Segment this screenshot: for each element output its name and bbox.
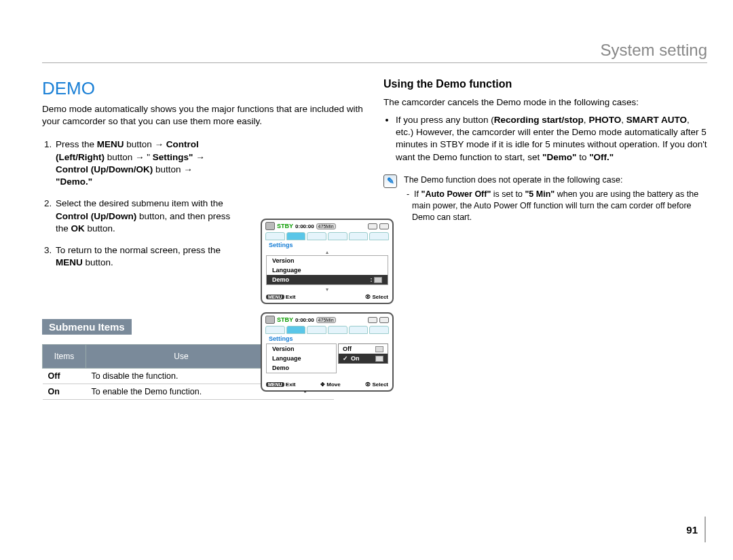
select-icon: ⦿: [365, 381, 371, 388]
label-control-ud: Control (Up/Down): [56, 211, 136, 221]
lcd-screen-2: STBY 0:00:00 475Min: [261, 312, 394, 392]
option-list: Off ✓On: [338, 343, 388, 364]
text: button.: [83, 257, 113, 267]
menu-badge: MENU: [266, 382, 284, 387]
card-icon: [368, 223, 377, 229]
tab: [349, 326, 369, 334]
label-ok: OK: [71, 223, 85, 234]
camcorder-icon: [265, 222, 275, 230]
th-items: Items: [43, 345, 86, 369]
text: button.: [85, 223, 115, 234]
label-off-quoted: "Off.": [589, 152, 614, 162]
cell-use: To enable the Demo function.: [86, 384, 277, 400]
menu-item-label: Language: [272, 355, 301, 362]
camcorder-icon: [265, 316, 275, 324]
tab: [328, 326, 347, 334]
text: Press the: [56, 139, 97, 149]
text: ,: [621, 115, 626, 125]
menu-item: Version: [267, 256, 388, 265]
using-demo-heading: Using the Demo function: [383, 78, 707, 90]
stby-label: STBY: [277, 223, 293, 229]
chevron-up-icon: ▴: [262, 250, 392, 255]
tab: [265, 232, 285, 240]
menu-item: Demo: [267, 363, 336, 373]
tab-row: [262, 326, 392, 334]
section-label: Settings: [262, 335, 392, 342]
text: To return to the normal screen, press th…: [56, 245, 221, 255]
menu-item-label: Version: [272, 257, 295, 264]
timecode: 0:00:00: [295, 317, 314, 323]
select-icon: ⦿: [365, 294, 371, 300]
lcd-footer: MENU Exit ⦿ Select: [262, 293, 392, 303]
exit-label: Exit: [286, 294, 296, 300]
cases-list: If you press any button (Recording start…: [383, 114, 707, 164]
text: is set to: [491, 189, 525, 199]
text: button → ": [105, 152, 153, 162]
menu-badge: MENU: [266, 295, 284, 299]
right-column: Using the Demo function The camcorder ca…: [383, 78, 707, 400]
battery-icon: [379, 317, 389, 323]
tab: [328, 232, 347, 240]
select-label: Select: [372, 381, 388, 388]
text: The Demo function does not operate in th…: [404, 175, 622, 185]
timecode: 0:00:00: [295, 223, 314, 229]
section-label: Settings: [262, 242, 392, 248]
label-rec: Recording start/stop: [494, 115, 584, 125]
label-smart-auto: SMART AUTO: [626, 115, 687, 125]
menu-item-label: Version: [272, 346, 295, 352]
label-demo-quoted: "Demo": [542, 152, 576, 162]
label-auto-power-off: "Auto Power Off": [421, 189, 491, 199]
tab: [369, 232, 389, 240]
menu-item-selected: Demo:: [267, 275, 388, 284]
label-photo: PHOTO: [588, 115, 621, 125]
tab: [369, 326, 389, 334]
text: button →: [124, 139, 166, 149]
label-menu: MENU: [56, 257, 83, 267]
left-column: DEMO Demo mode automatically shows you t…: [42, 78, 366, 400]
text: If you press any button (: [396, 115, 494, 125]
cell-item: On: [43, 384, 86, 400]
menu-list: Version Language Demo:: [266, 255, 388, 285]
tab-row: [262, 232, 392, 240]
remaining-badge: 475Min: [316, 317, 336, 323]
text: to: [576, 152, 589, 162]
label-menu: MENU: [97, 139, 124, 149]
menu-list: Version Language Demo: [266, 343, 337, 373]
text: If: [414, 189, 421, 199]
option-off: Off: [339, 344, 388, 354]
note-icon: ✎: [383, 174, 397, 188]
demo-heading: DEMO: [42, 78, 366, 99]
tab-active: [286, 326, 306, 334]
menu-item-label: Language: [272, 267, 301, 274]
demo-intro: Demo mode automatically shows you the ma…: [42, 103, 366, 128]
text: Select the desired submenu item with the: [56, 198, 223, 208]
right-intro: The camcorder cancels the Demo mode in t…: [383, 97, 707, 107]
cell-use: To disable the function.: [86, 369, 277, 384]
menu-item-label: Demo: [272, 276, 289, 283]
note-text: The Demo function does not operate in th…: [404, 174, 707, 223]
battery-icon: [379, 223, 389, 229]
exit-label: Exit: [286, 381, 296, 388]
menu-item: Version: [267, 344, 336, 354]
move-icon: ✥: [320, 381, 325, 388]
option-label: Off: [343, 346, 352, 352]
tab: [307, 326, 326, 334]
page-number: 91: [686, 517, 706, 542]
option-on-selected: ✓On: [339, 354, 388, 363]
chevron-down-icon: ▾: [262, 287, 392, 293]
option-label: On: [351, 355, 360, 362]
note-subitem: - If "Auto Power Off" is set to "5 Min" …: [404, 189, 707, 223]
case-bullet: If you press any button (Recording start…: [396, 114, 707, 164]
label-5min: "5 Min": [525, 189, 555, 199]
cell-item: Off: [43, 369, 86, 384]
submenu-heading: Submenu Items: [42, 319, 132, 335]
text: button →: [153, 164, 193, 174]
note-block: ✎ The Demo function does not operate in …: [383, 174, 707, 223]
tab-active: [286, 232, 306, 240]
menu-item: Language: [267, 265, 388, 275]
option-icon: [375, 356, 383, 362]
page-header: System setting: [42, 41, 707, 63]
th-use: Use: [86, 345, 277, 369]
check-icon: ✓: [343, 355, 348, 362]
move-label: Move: [326, 381, 340, 388]
